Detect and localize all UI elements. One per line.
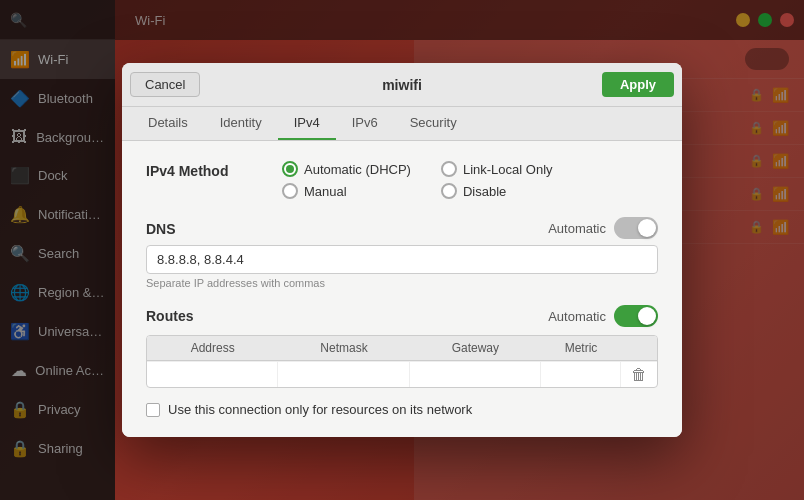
- col-actions: [621, 336, 657, 360]
- routes-auto-label: Automatic: [548, 309, 606, 324]
- gateway-cell: [410, 362, 541, 387]
- metric-input[interactable]: [541, 362, 620, 387]
- only-resources-checkbox[interactable]: [146, 403, 160, 417]
- dialog-header: Cancel miwifi Apply: [122, 63, 682, 107]
- cancel-button[interactable]: Cancel: [130, 72, 200, 97]
- radio-label-disable: Disable: [463, 184, 506, 199]
- radio-btn-automatic: [282, 161, 298, 177]
- dns-hint: Separate IP addresses with commas: [146, 277, 658, 289]
- network-settings-dialog: Cancel miwifi Apply Details Identity IPv…: [122, 63, 682, 437]
- metric-cell: [541, 362, 621, 387]
- radio-btn-disable: [441, 183, 457, 199]
- tab-identity[interactable]: Identity: [204, 107, 278, 140]
- routes-header: Routes Automatic: [146, 305, 658, 327]
- tab-ipv6[interactable]: IPv6: [336, 107, 394, 140]
- address-input[interactable]: [147, 362, 277, 387]
- netmask-cell: [278, 362, 409, 387]
- routes-auto-toggle-row: Automatic: [548, 305, 658, 327]
- dns-input[interactable]: [146, 245, 658, 274]
- routes-row: 🗑: [147, 361, 657, 387]
- ipv4-method-label: IPv4 Method: [146, 161, 266, 179]
- routes-auto-toggle[interactable]: [614, 305, 658, 327]
- ipv4-method-group: Automatic (DHCP) Link-Local Only Manual …: [282, 161, 553, 199]
- address-cell: [147, 362, 278, 387]
- gateway-input[interactable]: [410, 362, 540, 387]
- dns-auto-toggle[interactable]: [614, 217, 658, 239]
- tab-details[interactable]: Details: [132, 107, 204, 140]
- routes-table-header: Address Netmask Gateway Metric: [147, 336, 657, 361]
- dns-auto-label: Automatic: [548, 221, 606, 236]
- dns-auto-toggle-row: Automatic: [548, 217, 658, 239]
- only-resources-label: Use this connection only for resources o…: [168, 402, 472, 417]
- radio-label-link-local: Link-Local Only: [463, 162, 553, 177]
- dialog-overlay: Cancel miwifi Apply Details Identity IPv…: [0, 0, 804, 500]
- radio-automatic-dhcp[interactable]: Automatic (DHCP): [282, 161, 411, 177]
- col-metric: Metric: [541, 336, 621, 360]
- apply-button[interactable]: Apply: [602, 72, 674, 97]
- only-resources-row: Use this connection only for resources o…: [146, 402, 658, 417]
- radio-disable[interactable]: Disable: [441, 183, 553, 199]
- col-netmask: Netmask: [278, 336, 409, 360]
- delete-route-button[interactable]: 🗑: [621, 362, 657, 387]
- tab-security[interactable]: Security: [394, 107, 473, 140]
- col-gateway: Gateway: [410, 336, 541, 360]
- ipv4-method-row: IPv4 Method Automatic (DHCP) Link-Local …: [146, 161, 658, 199]
- radio-label-automatic: Automatic (DHCP): [304, 162, 411, 177]
- radio-manual[interactable]: Manual: [282, 183, 411, 199]
- dns-label: DNS: [146, 219, 266, 237]
- netmask-input[interactable]: [278, 362, 408, 387]
- dialog-title: miwifi: [382, 77, 422, 93]
- dns-label-row: DNS Automatic: [146, 217, 658, 239]
- routes-table: Address Netmask Gateway Metric: [146, 335, 658, 388]
- col-address: Address: [147, 336, 278, 360]
- routes-label: Routes: [146, 308, 193, 324]
- radio-btn-manual: [282, 183, 298, 199]
- dialog-tabs: Details Identity IPv4 IPv6 Security: [122, 107, 682, 141]
- radio-btn-link-local: [441, 161, 457, 177]
- routes-section: Routes Automatic Address Netmask Gateway…: [146, 305, 658, 417]
- dialog-body: IPv4 Method Automatic (DHCP) Link-Local …: [122, 141, 682, 437]
- radio-link-local[interactable]: Link-Local Only: [441, 161, 553, 177]
- radio-label-manual: Manual: [304, 184, 347, 199]
- tab-ipv4[interactable]: IPv4: [278, 107, 336, 140]
- dns-section: DNS Automatic Separate IP addresses with…: [146, 217, 658, 289]
